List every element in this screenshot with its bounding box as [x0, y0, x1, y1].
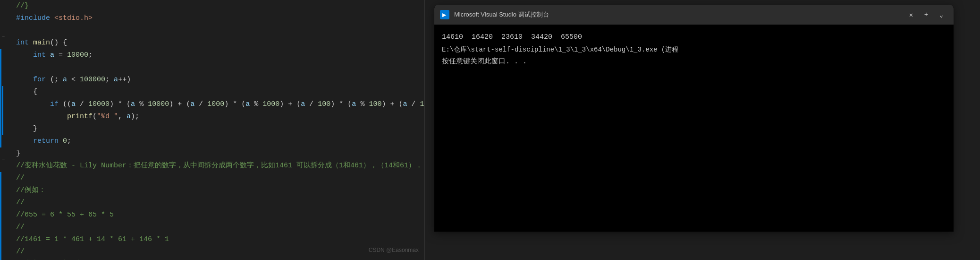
add-tab-button[interactable]: +: [920, 8, 933, 21]
line-content: int a = 10000;: [14, 49, 424, 61]
code-line: [0, 25, 424, 37]
terminal-window: ▶ Microsoft Visual Studio 调试控制台 ✕ + ⌄ 14…: [434, 5, 954, 232]
code-line: if ((a / 10000) * (a % 10000) + (a / 100…: [0, 98, 424, 111]
terminal-titlebar: ▶ Microsoft Visual Studio 调试控制台 ✕ + ⌄: [434, 5, 954, 25]
line-content: //: [14, 221, 424, 234]
line-content: //例如：: [14, 184, 424, 197]
line-content: if ((a / 10000) * (a % 10000) + (a / 100…: [14, 98, 425, 111]
terminal-close-prompt: 按任意键关闭此窗口. . .: [442, 56, 946, 68]
code-line: //: [0, 197, 424, 209]
code-line: − //变种水仙花数 - Lily Number：把任意的数字，从中间拆分成两个…: [0, 160, 424, 172]
code-line: printf("%d ", a);: [0, 111, 424, 123]
code-line: }: [0, 147, 424, 160]
line-content: //: [14, 246, 424, 258]
vs-icon: ▶: [440, 10, 449, 19]
line-content: //: [14, 172, 424, 184]
code-line: //1461 = 1 * 461 + 14 * 61 + 146 * 1: [0, 234, 424, 246]
chevron-button[interactable]: ⌄: [935, 8, 948, 21]
svg-text:▶: ▶: [442, 12, 447, 17]
code-line: − for (; a < 100000; a++): [0, 74, 424, 86]
titlebar-buttons: ✕ + ⌄: [904, 8, 948, 21]
line-content: #include <stdio.h>: [14, 12, 424, 25]
close-button[interactable]: ✕: [904, 8, 918, 21]
code-editor: //} #include <stdio.h> − int main() { in…: [0, 0, 425, 260]
code-line: {: [0, 86, 424, 98]
code-line: //: [0, 221, 424, 234]
line-content: //}: [14, 0, 424, 12]
line-content: {: [14, 86, 424, 98]
code-line: //655 = 6 * 55 + 65 * 5: [0, 209, 424, 221]
line-content: return 0;: [14, 135, 424, 147]
csdn-watermark: CSDN @Easonmax: [369, 244, 419, 256]
code-line: [0, 61, 424, 74]
terminal-path-line: E:\仓库\start-self-discipline\1_3\1_3\x64\…: [442, 43, 946, 56]
line-content: //求出 5位数中的所有 Lily Number。: [14, 258, 424, 260]
terminal-container: ▶ Microsoft Visual Studio 调试控制台 ✕ + ⌄ 14…: [425, 0, 980, 260]
line-content: int main() {: [14, 37, 424, 49]
line-content: //变种水仙花数 - Lily Number：把任意的数字，从中间拆分成两个数字…: [14, 160, 425, 172]
code-line: //: [0, 246, 424, 258]
fold-minus-icon[interactable]: −: [0, 34, 7, 40]
line-content: //655 = 6 * 55 + 65 * 5: [14, 209, 424, 221]
code-line: //例如：: [0, 184, 424, 197]
code-line: //: [0, 172, 424, 184]
code-line: − int main() {: [0, 37, 424, 49]
code-line: return 0;: [0, 135, 424, 147]
line-content: //: [14, 197, 424, 209]
fold-minus-icon[interactable]: −: [0, 156, 7, 163]
code-line: }: [0, 123, 424, 135]
terminal-body: 14610 16420 23610 34420 65500 E:\仓库\star…: [434, 25, 954, 232]
line-content: }: [14, 147, 424, 160]
line-content: //1461 = 1 * 461 + 14 * 61 + 146 * 1: [14, 234, 424, 246]
line-content: printf("%d ", a);: [14, 111, 424, 123]
code-line: #include <stdio.h>: [0, 12, 424, 25]
terminal-output-numbers: 14610 16420 23610 34420 65500: [442, 31, 946, 43]
line-content: [14, 61, 424, 74]
code-line: //}: [0, 0, 424, 12]
line-content: for (; a < 100000; a++): [14, 74, 424, 86]
code-line: int a = 10000;: [0, 49, 424, 61]
terminal-title: Microsoft Visual Studio 调试控制台: [454, 10, 900, 19]
line-content: [14, 25, 424, 37]
fold-minus-icon[interactable]: −: [1, 70, 8, 77]
line-content: }: [14, 123, 424, 135]
code-line: //求出 5位数中的所有 Lily Number。: [0, 258, 424, 260]
